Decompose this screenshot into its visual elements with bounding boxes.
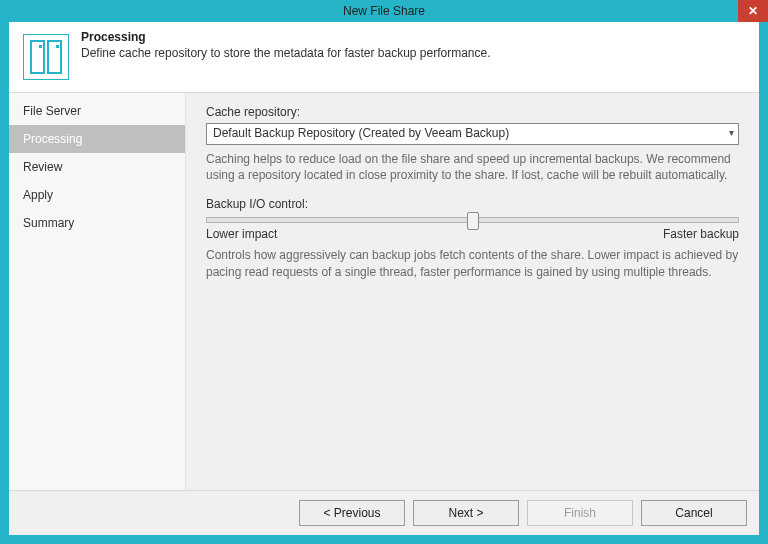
svg-rect-2 (39, 45, 42, 48)
cache-repository-dropdown[interactable]: Default Backup Repository (Created by Ve… (206, 123, 739, 145)
io-control-help: Controls how aggressively can backup job… (206, 247, 739, 279)
io-control-high-label: Faster backup (663, 227, 739, 241)
sidebar-item-apply[interactable]: Apply (9, 181, 185, 209)
wizard-footer: < Previous Next > Finish Cancel (9, 490, 759, 535)
sidebar-item-label: Apply (23, 188, 53, 202)
sidebar-item-review[interactable]: Review (9, 153, 185, 181)
wizard-steps-sidebar: File Server Processing Review Apply Summ… (9, 93, 186, 490)
wizard-header: Processing Define cache repository to st… (9, 22, 759, 93)
cancel-button[interactable]: Cancel (641, 500, 747, 526)
svg-rect-0 (31, 41, 44, 73)
finish-button-label: Finish (564, 506, 596, 520)
wizard-header-text: Processing Define cache repository to st… (81, 30, 491, 60)
io-control-label: Backup I/O control: (206, 197, 739, 211)
dialog-window: New File Share ✕ Processing Define cache… (0, 0, 768, 544)
step-title: Processing (81, 30, 491, 44)
sidebar-item-label: File Server (23, 104, 81, 118)
io-control-slider-wrap: Lower impact Faster backup (206, 217, 739, 241)
io-control-slider-thumb[interactable] (467, 212, 479, 230)
step-subtitle: Define cache repository to store the met… (81, 46, 491, 60)
previous-button[interactable]: < Previous (299, 500, 405, 526)
file-share-icon (23, 34, 69, 80)
close-button[interactable]: ✕ (738, 0, 768, 22)
previous-button-label: < Previous (323, 506, 380, 520)
cache-repository-help: Caching helps to reduce load on the file… (206, 151, 739, 183)
io-control-slider[interactable] (206, 217, 739, 223)
cache-repository-label: Cache repository: (206, 105, 739, 119)
next-button-label: Next > (448, 506, 483, 520)
next-button[interactable]: Next > (413, 500, 519, 526)
sidebar-item-label: Review (23, 160, 62, 174)
io-control-low-label: Lower impact (206, 227, 277, 241)
title-bar: New File Share ✕ (0, 0, 768, 22)
cancel-button-label: Cancel (675, 506, 712, 520)
sidebar-item-summary[interactable]: Summary (9, 209, 185, 237)
wizard-content: Cache repository: Default Backup Reposit… (186, 93, 759, 490)
wizard-body: File Server Processing Review Apply Summ… (9, 93, 759, 490)
sidebar-item-label: Summary (23, 216, 74, 230)
sidebar-item-processing[interactable]: Processing (9, 125, 185, 153)
svg-rect-1 (48, 41, 61, 73)
sidebar-item-label: Processing (23, 132, 82, 146)
chevron-down-icon: ▾ (729, 127, 734, 138)
cache-repository-value: Default Backup Repository (Created by Ve… (213, 126, 509, 140)
finish-button: Finish (527, 500, 633, 526)
close-icon: ✕ (748, 4, 758, 18)
window-title: New File Share (343, 4, 425, 18)
sidebar-item-file-server[interactable]: File Server (9, 97, 185, 125)
svg-rect-3 (56, 45, 59, 48)
